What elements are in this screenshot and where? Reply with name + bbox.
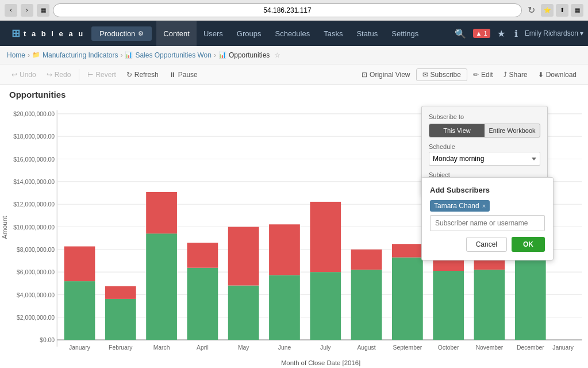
browser-share-button[interactable]: ⬆ (556, 4, 568, 17)
svg-text:January: January (69, 344, 90, 351)
entire-workbook-button[interactable]: Entire Workbook (485, 124, 540, 137)
favorites-button[interactable]: ★ (495, 26, 508, 41)
svg-text:August: August (358, 344, 376, 351)
subscribe-icon: ✉ (422, 71, 428, 79)
svg-rect-25 (64, 281, 95, 340)
svg-text:$0.00: $0.00 (40, 337, 55, 343)
nav-link-schedules[interactable]: Schedules (268, 21, 317, 46)
original-view-button[interactable]: ⊡ Original View (357, 68, 414, 81)
schedule-dropdown[interactable]: Monday morning Daily Weekly Monthly (429, 152, 540, 166)
svg-text:June: June (278, 344, 291, 351)
breadcrumb-sep-3: › (214, 51, 216, 59)
bar-nov[interactable] (474, 248, 505, 340)
bar-apr[interactable] (187, 243, 218, 340)
nav-link-users[interactable]: Users (197, 21, 230, 46)
svg-rect-30 (146, 192, 177, 233)
folder-icon: 📁 (32, 51, 40, 59)
ok-button[interactable]: OK (512, 237, 545, 252)
svg-text:$18,000,000.00: $18,000,000.00 (13, 133, 55, 140)
svg-text:November: November (476, 344, 504, 351)
env-label: Production (99, 29, 135, 38)
alert-badge[interactable]: ▲ 1 (473, 29, 490, 38)
pause-button[interactable]: ⏸ Pause (164, 68, 202, 81)
back-button[interactable]: ‹ (5, 4, 17, 17)
browser-chrome: ‹ › ▦ ↻ ⭐ ⬆ ▦ (0, 0, 588, 21)
svg-rect-40 (351, 250, 382, 270)
toolbar-separator-1 (79, 69, 79, 80)
svg-text:$8,000,000.00: $8,000,000.00 (17, 247, 55, 253)
breadcrumb-item2[interactable]: Sales Opportunities Won (135, 51, 212, 59)
info-button[interactable]: ℹ (512, 26, 520, 41)
nav-link-status[interactable]: Status (349, 21, 385, 46)
svg-rect-37 (310, 272, 341, 340)
svg-rect-36 (269, 224, 300, 275)
share-button[interactable]: ⤴ Share (499, 68, 532, 81)
subscriber-input[interactable] (430, 215, 545, 231)
cancel-button[interactable]: Cancel (466, 237, 507, 252)
favorite-star-icon[interactable]: ☆ (274, 51, 280, 59)
search-button[interactable]: 🔍 (452, 26, 468, 41)
svg-text:$12,000,000.00: $12,000,000.00 (13, 201, 55, 208)
subscribe-button[interactable]: ✉ Subscribe (416, 68, 467, 81)
share-icon: ⤴ (504, 71, 507, 79)
bar-feb[interactable] (105, 286, 136, 340)
forward-button[interactable]: › (21, 4, 33, 17)
breadcrumb-item1[interactable]: Manufacturing Indicators (43, 51, 118, 59)
svg-text:February: February (109, 344, 133, 351)
browser-bookmark-button[interactable]: ⭐ (541, 4, 554, 17)
svg-text:April: April (197, 344, 209, 351)
env-icon: ⚙ (138, 30, 144, 37)
browser-actions: ⭐ ⬆ ▦ (541, 4, 583, 17)
svg-text:September: September (393, 344, 422, 351)
svg-text:Amount: Amount (2, 216, 9, 239)
redo-button[interactable]: ↪ Redo (42, 68, 76, 81)
pause-icon: ⏸ (169, 71, 176, 79)
nav-link-tasks[interactable]: Tasks (317, 21, 349, 46)
bar-aug[interactable] (351, 250, 382, 340)
svg-text:$4,000,000.00: $4,000,000.00 (17, 292, 55, 298)
download-button[interactable]: ⬇ Download (533, 68, 581, 81)
browser-menu-button[interactable]: ▦ (571, 4, 583, 17)
breadcrumb-current: Opportunities (229, 51, 270, 59)
bar-may[interactable] (228, 227, 259, 340)
toolbar-right: ⊡ Original View ✉ Subscribe ✏ Edit ⤴ Sha… (357, 68, 581, 81)
bar-jun[interactable] (269, 224, 300, 340)
reload-icon[interactable]: ↻ (525, 5, 537, 16)
bar-jul[interactable] (310, 202, 341, 340)
url-bar[interactable] (53, 3, 522, 17)
svg-text:$20,000,000.00: $20,000,000.00 (13, 111, 55, 117)
svg-rect-28 (105, 286, 136, 299)
nav-link-settings[interactable]: Settings (385, 21, 425, 46)
svg-text:July: July (320, 344, 331, 351)
environment-button[interactable]: Production ⚙ (91, 26, 152, 41)
svg-rect-35 (269, 275, 300, 340)
breadcrumb-sep-2: › (120, 51, 122, 59)
nav-link-content[interactable]: Content (156, 21, 197, 46)
original-view-icon: ⊡ (362, 71, 367, 79)
svg-text:January: January (552, 344, 574, 351)
refresh-button[interactable]: ↻ Refresh (122, 68, 163, 81)
remove-subscriber-button[interactable]: × (482, 202, 486, 209)
svg-text:Month of Close Date [2016]: Month of Close Date [2016] (281, 359, 360, 366)
bar-oct[interactable] (433, 251, 464, 340)
edit-button[interactable]: ✏ Edit (468, 68, 498, 81)
tab-layout-button[interactable]: ▦ (37, 4, 49, 17)
bar-sep[interactable] (392, 244, 423, 340)
add-subscribers-dialog: Add Subscribers Tamara Chand × Cancel OK (421, 177, 554, 260)
bar-mar[interactable] (146, 192, 177, 340)
chart-icon: 📊 (125, 51, 133, 59)
add-subscribers-title: Add Subscribers (430, 186, 545, 194)
svg-rect-43 (433, 271, 464, 340)
svg-text:$6,000,000.00: $6,000,000.00 (17, 269, 55, 275)
user-menu[interactable]: Emily Richardson ▾ (525, 29, 583, 37)
breadcrumb-home[interactable]: Home (7, 51, 25, 59)
chart-title: Opportunities (9, 90, 66, 99)
revert-icon: ⊢ (87, 71, 93, 79)
this-view-button[interactable]: This View (429, 124, 485, 137)
bar-jan[interactable] (64, 247, 95, 340)
svg-text:$2,000,000.00: $2,000,000.00 (17, 315, 55, 321)
undo-button[interactable]: ↩ Undo (7, 68, 41, 81)
logo-text: t a b l e a u (24, 29, 84, 38)
nav-link-groups[interactable]: Groups (230, 21, 268, 46)
revert-button[interactable]: ⊢ Revert (83, 68, 120, 81)
